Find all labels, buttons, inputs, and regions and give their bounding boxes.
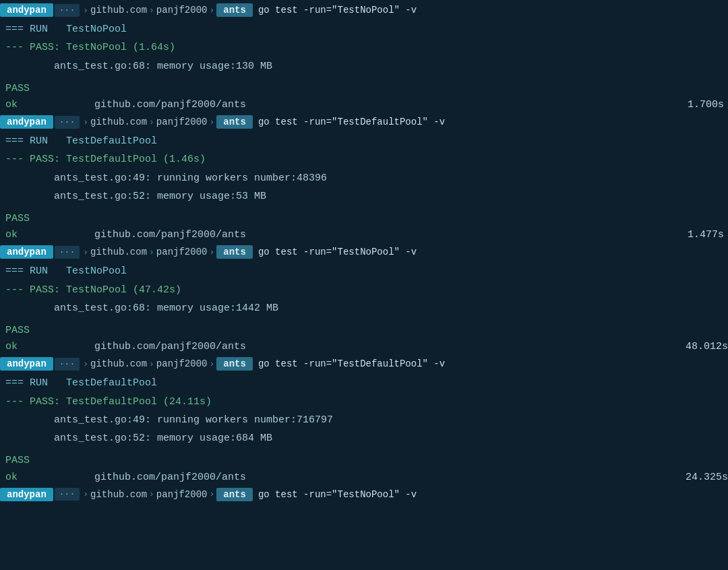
prompt-bar: andypan···› github.com › panjf2000 › ant…: [0, 1, 728, 19]
line-text: === RUN TestDefaultPool: [0, 133, 157, 149]
arrow-sep-1: ›: [81, 117, 90, 127]
line-text: ants_test.go:68: memory usage:1442 MB: [0, 300, 278, 316]
output-line: ants_test.go:68: memory usage:130 MB: [0, 57, 728, 75]
arrow-sep-path-1: ›: [207, 247, 216, 257]
arrow-sep-path-0: ›: [147, 359, 156, 369]
ok-time: 1.700s: [661, 99, 728, 110]
ok-time: 48.012s: [659, 341, 728, 352]
line-text: PASS: [0, 323, 30, 338]
output-line: PASS: [0, 210, 728, 228]
ok-path: github.com/panjf2000/ants: [54, 229, 661, 241]
output-line: PASS: [0, 321, 728, 340]
ellipsis-badge: ···: [55, 246, 80, 259]
line-text: ants_test.go:52: memory usage:684 MB: [0, 431, 272, 446]
output-line: ants_test.go:52: memory usage:53 MB: [0, 187, 728, 205]
ok-path: github.com/panjf2000/ants: [54, 472, 659, 483]
ellipsis-badge: ···: [55, 488, 80, 501]
ok-label: ok: [0, 229, 54, 241]
line-text: ants_test.go:49: running workers number:…: [0, 412, 333, 428]
arrow-sep-1: ›: [81, 359, 90, 369]
arrow-sep-path-0: ›: [147, 247, 156, 257]
line-text: ants_test.go:52: memory usage:53 MB: [0, 189, 266, 204]
line-text: PASS: [0, 211, 30, 226]
path-part-2: ants: [216, 3, 253, 17]
line-text: --- PASS: TestDefaultPool (1.46s): [0, 152, 206, 167]
output-line: --- PASS: TestNoPool (47.42s): [0, 281, 728, 299]
output-line: ants_test.go:52: memory usage:684 MB: [0, 429, 728, 447]
line-text: PASS: [0, 81, 30, 96]
path-part-1: panjf2000: [156, 5, 208, 15]
ellipsis-badge: ···: [55, 4, 80, 17]
prompt-bar: andypan···› github.com › panjf2000 › ant…: [0, 486, 728, 503]
ok-path: github.com/panjf2000/ants: [54, 341, 659, 352]
prompt-command: go test -run="TestNoPool" -v: [253, 247, 417, 257]
output-line: ants_test.go:68: memory usage:1442 MB: [0, 299, 728, 317]
prompt-command: go test -run="TestNoPool" -v: [253, 489, 417, 500]
user-badge: andypan: [0, 357, 53, 371]
prompt-bar: andypan···› github.com › panjf2000 › ant…: [0, 355, 728, 373]
arrow-sep-path-1: ›: [207, 359, 216, 369]
path-part-0: github.com: [90, 247, 147, 257]
path-part-2: ants: [216, 488, 253, 501]
output-line: PASS: [0, 451, 728, 470]
ok-line: ok github.com/panjf2000/ants24.325s: [0, 470, 728, 484]
ok-label: ok: [0, 341, 54, 352]
line-text: --- PASS: TestDefaultPool (24.11s): [0, 394, 212, 410]
prompt-command: go test -run="TestDefaultPool" -v: [253, 358, 445, 369]
path-part-2: ants: [216, 357, 253, 371]
prompt-bar: andypan···› github.com › panjf2000 › ant…: [0, 113, 728, 131]
path-part-1: panjf2000: [156, 247, 208, 257]
ok-line: ok github.com/panjf2000/ants1.477s: [0, 228, 728, 242]
arrow-sep-path-1: ›: [207, 5, 216, 15]
path-part-0: github.com: [90, 358, 147, 369]
arrow-sep-1: ›: [81, 247, 90, 257]
ellipsis-badge: ···: [55, 116, 80, 129]
arrow-sep-path-0: ›: [147, 117, 156, 127]
ok-line: ok github.com/panjf2000/ants48.012s: [0, 340, 728, 354]
path-part-1: panjf2000: [156, 358, 208, 369]
output-line: --- PASS: TestDefaultPool (1.46s): [0, 150, 728, 168]
line-text: --- PASS: TestNoPool (1.64s): [0, 40, 175, 55]
output-line: === RUN TestDefaultPool: [0, 374, 728, 392]
user-badge: andypan: [0, 3, 53, 17]
ok-time: 1.477s: [661, 229, 728, 241]
prompt-command: go test -run="TestNoPool" -v: [253, 5, 417, 15]
terminal: andypan···› github.com › panjf2000 › ant…: [0, 1, 728, 570]
output-line: --- PASS: TestDefaultPool (24.11s): [0, 393, 728, 411]
prompt-command: go test -run="TestDefaultPool" -v: [253, 117, 445, 127]
line-text: --- PASS: TestNoPool (47.42s): [0, 282, 181, 298]
user-badge: andypan: [0, 488, 53, 501]
user-badge: andypan: [0, 115, 53, 129]
arrow-sep-path-0: ›: [147, 489, 156, 499]
path-part-1: panjf2000: [156, 117, 208, 127]
user-badge: andypan: [0, 245, 53, 259]
prompt-bar: andypan···› github.com › panjf2000 › ant…: [0, 243, 728, 261]
line-text: === RUN TestNoPool: [0, 22, 127, 37]
path-part-1: panjf2000: [156, 489, 208, 500]
path-part-0: github.com: [90, 5, 147, 15]
line-text: PASS: [0, 453, 30, 468]
arrow-sep-path-0: ›: [147, 5, 156, 15]
ok-label: ok: [0, 99, 54, 110]
output-line: === RUN TestNoPool: [0, 262, 728, 280]
line-text: ants_test.go:68: memory usage:130 MB: [0, 59, 272, 74]
output-line: === RUN TestNoPool: [0, 20, 728, 38]
line-text: === RUN TestNoPool: [0, 263, 127, 279]
arrow-sep-path-1: ›: [207, 117, 216, 127]
output-line: ants_test.go:49: running workers number:…: [0, 411, 728, 429]
output-line: ants_test.go:49: running workers number:…: [0, 169, 728, 187]
output-line: PASS: [0, 80, 728, 98]
path-part-2: ants: [216, 115, 253, 129]
output-line: === RUN TestDefaultPool: [0, 132, 728, 150]
path-part-0: github.com: [90, 489, 147, 500]
arrow-sep-1: ›: [81, 489, 90, 499]
arrow-sep-1: ›: [81, 5, 90, 15]
output-line: --- PASS: TestNoPool (1.64s): [0, 38, 728, 57]
ellipsis-badge: ···: [55, 358, 80, 371]
ok-path: github.com/panjf2000/ants: [54, 99, 661, 110]
path-part-2: ants: [216, 245, 253, 259]
ok-line: ok github.com/panjf2000/ants1.700s: [0, 98, 728, 112]
path-part-0: github.com: [90, 117, 147, 127]
arrow-sep-path-1: ›: [207, 489, 216, 499]
ok-time: 24.325s: [659, 472, 728, 483]
